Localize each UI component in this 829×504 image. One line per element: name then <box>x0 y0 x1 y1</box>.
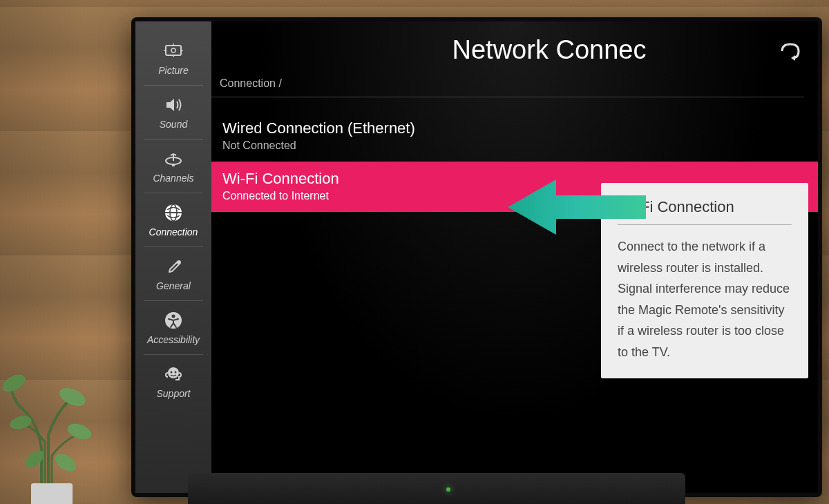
sidebar-label: Sound <box>160 119 187 130</box>
picture-icon <box>162 40 184 62</box>
svg-rect-18 <box>166 46 181 55</box>
svg-point-31 <box>172 315 175 318</box>
sidebar-item-connection[interactable]: Connection <box>135 193 211 247</box>
soundbar <box>188 473 685 504</box>
svg-point-5 <box>52 450 79 475</box>
settings-sidebar: Picture Sound Channels Connection <box>135 21 211 493</box>
settings-item-title: Wired Connection (Ethernet) <box>222 119 807 137</box>
sidebar-label: Support <box>156 388 190 399</box>
sidebar-label: Channels <box>153 173 193 184</box>
svg-point-33 <box>171 371 173 374</box>
svg-point-34 <box>175 371 177 374</box>
sidebar-item-accessibility[interactable]: Accessibility <box>135 301 211 355</box>
sidebar-label: Picture <box>158 65 189 76</box>
annotation-arrow-icon <box>504 176 649 238</box>
tooltip-text: Connect to the network if a wireless rou… <box>618 236 792 363</box>
sidebar-label: Connection <box>149 226 198 238</box>
svg-point-19 <box>171 48 175 52</box>
channels-icon <box>162 148 184 170</box>
page-title: Network Connec <box>211 35 818 65</box>
sidebar-item-support[interactable]: Support <box>135 355 211 409</box>
sidebar-item-channels[interactable]: Channels <box>135 139 211 193</box>
sidebar-item-picture[interactable]: Picture <box>135 32 211 86</box>
svg-point-1 <box>57 385 88 410</box>
accessibility-icon <box>162 309 184 331</box>
svg-rect-6 <box>31 483 73 504</box>
settings-item-status: Not Connected <box>222 139 807 152</box>
svg-point-29 <box>177 260 181 264</box>
general-icon <box>162 255 184 278</box>
breadcrumb: Connection / <box>211 65 804 97</box>
settings-item-wired[interactable]: Wired Connection (Ethernet) Not Connecte… <box>211 111 818 162</box>
support-icon <box>162 363 184 385</box>
plant-decoration <box>0 324 124 504</box>
sidebar-item-general[interactable]: General <box>135 247 211 301</box>
sidebar-item-sound[interactable]: Sound <box>135 86 211 139</box>
connection-icon <box>162 202 184 224</box>
svg-point-32 <box>168 367 179 378</box>
svg-rect-25 <box>172 164 175 166</box>
sound-icon <box>162 94 184 116</box>
sidebar-label: General <box>156 280 191 291</box>
svg-point-0 <box>0 371 28 395</box>
sidebar-label: Accessibility <box>147 334 200 345</box>
tv-screen: Picture Sound Channels Connection <box>131 17 822 497</box>
svg-point-4 <box>22 447 47 471</box>
soundbar-led-icon <box>446 487 450 492</box>
